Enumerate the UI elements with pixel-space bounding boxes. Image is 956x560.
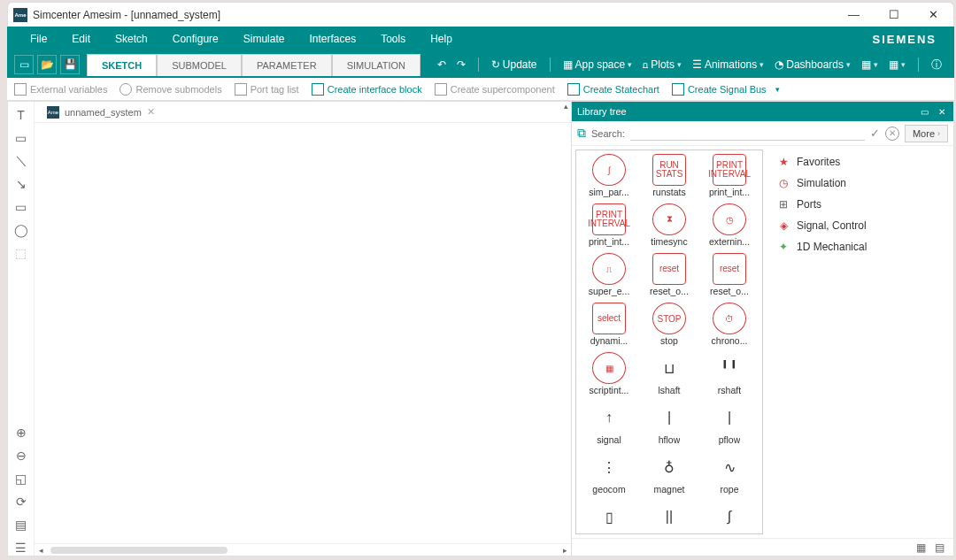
image-tool-icon[interactable]: ▭: [13, 130, 29, 146]
menu-tools[interactable]: Tools: [368, 27, 418, 51]
new-icon[interactable]: ▭: [14, 55, 34, 74]
grid2-icon[interactable]: ▦▾: [885, 58, 909, 71]
help-icon[interactable]: ⓘ: [928, 58, 945, 73]
component-icon: select: [592, 303, 626, 334]
component-icon: PRINT INTERVAL: [713, 154, 746, 186]
zoom-out-icon[interactable]: ⊖: [13, 448, 29, 464]
component-item[interactable]: ∫elect: [700, 501, 759, 534]
plots-button[interactable]: ⩍Plots▾: [639, 58, 685, 71]
app-icon: Ame: [13, 8, 27, 22]
status-icon-2[interactable]: ▤: [935, 541, 944, 554]
canvas-body[interactable]: [35, 123, 571, 543]
component-item[interactable]: ∫sim_par...: [580, 154, 638, 202]
tab-sketch[interactable]: SKETCH: [87, 54, 157, 76]
component-item[interactable]: PRINT INTERVALprint_int...: [580, 203, 638, 251]
component-item[interactable]: ◷externin...: [700, 203, 759, 251]
menu-edit[interactable]: Edit: [59, 27, 103, 51]
tab-parameter[interactable]: PARAMETER: [242, 54, 332, 76]
external-vars-button[interactable]: External variables: [14, 83, 107, 96]
component-item[interactable]: ╹╹rshaft: [700, 352, 759, 400]
create-signalbus-button[interactable]: Create Signal Bus▾: [672, 83, 780, 96]
menu-sketch[interactable]: Sketch: [103, 27, 160, 51]
tree-icon[interactable]: ⧉: [577, 126, 586, 141]
component-icon: ◷: [713, 203, 746, 235]
component-item[interactable]: ▯thermal: [580, 501, 638, 534]
component-item[interactable]: ⋮geocom: [580, 451, 638, 499]
create-statechart-button[interactable]: Create Statechart: [567, 83, 659, 96]
line-tool-icon[interactable]: ＼: [13, 153, 29, 169]
update-button[interactable]: ↻Update: [488, 58, 541, 71]
remove-submodels-button[interactable]: Remove submodels: [120, 83, 221, 96]
settings-icon[interactable]: ▤: [13, 517, 29, 533]
zoom-in-icon[interactable]: ⊕: [13, 425, 29, 441]
tab-submodel[interactable]: SUBMODEL: [157, 54, 242, 76]
close-tab-icon[interactable]: ✕: [147, 106, 155, 118]
refresh-icon[interactable]: ⟳: [13, 494, 29, 510]
appspace-button[interactable]: ▦App space▾: [559, 58, 636, 71]
component-item[interactable]: RUN STATSrunstats: [640, 154, 698, 202]
menu-file[interactable]: File: [18, 27, 59, 51]
scroll-right-icon[interactable]: ▸: [559, 546, 571, 555]
minimize-button[interactable]: —: [834, 3, 874, 27]
component-item[interactable]: ⎍super_e...: [580, 253, 638, 301]
open-icon[interactable]: 📂: [37, 55, 57, 74]
component-item[interactable]: ▦scriptint...: [580, 352, 638, 400]
ellipse-tool-icon[interactable]: ◯: [13, 222, 29, 238]
zoom-fit-icon[interactable]: ◱: [13, 471, 29, 487]
redo-icon[interactable]: ↷: [453, 58, 469, 71]
menu-configure[interactable]: Configure: [160, 27, 231, 51]
search-cancel-icon[interactable]: ✕: [885, 127, 899, 141]
component-item[interactable]: |hflow: [640, 402, 698, 449]
port-tag-button[interactable]: Port tag list: [235, 83, 299, 96]
component-item[interactable]: ||meca2D: [640, 501, 698, 534]
save-icon[interactable]: 💾: [60, 55, 80, 74]
arrow-tool-icon[interactable]: ↘: [13, 176, 29, 192]
layers-icon[interactable]: ☰: [13, 540, 29, 556]
more-button[interactable]: More ›: [905, 125, 948, 142]
tab-simulation[interactable]: SIMULATION: [332, 54, 420, 76]
undo-icon[interactable]: ↶: [434, 58, 450, 71]
create-supercomponent-button[interactable]: Create supercomponent: [435, 83, 555, 96]
component-item[interactable]: ⏱chrono...: [700, 303, 759, 350]
component-item[interactable]: ∿rope: [700, 451, 759, 499]
search-input[interactable]: [630, 126, 865, 141]
menu-interfaces[interactable]: Interfaces: [297, 27, 368, 51]
close-button[interactable]: ✕: [914, 3, 953, 27]
rect-tool-icon[interactable]: ▭: [13, 199, 29, 215]
h-scroll[interactable]: ◂ ▸: [35, 543, 571, 556]
scroll-thumb[interactable]: [50, 547, 227, 554]
scroll-left-icon[interactable]: ◂: [35, 546, 47, 555]
grid1-icon[interactable]: ▦▾: [858, 58, 882, 71]
component-item[interactable]: ⧗timesync: [640, 203, 698, 251]
text-tool-icon[interactable]: T: [13, 107, 29, 123]
category-item[interactable]: ◷Simulation: [770, 173, 950, 194]
component-item[interactable]: ⊔lshaft: [640, 352, 698, 400]
component-item[interactable]: ↑signal: [580, 402, 638, 449]
status-icon-1[interactable]: ▦: [916, 541, 926, 554]
group-tool-icon[interactable]: ⬚: [13, 245, 29, 261]
v-scroll[interactable]: ▴: [560, 102, 571, 543]
component-item[interactable]: |pflow: [700, 402, 759, 449]
component-item[interactable]: ♁magnet: [640, 451, 698, 499]
canvas-tab[interactable]: Ame unnamed_system ✕: [40, 106, 162, 119]
category-item[interactable]: ★Favorites: [770, 151, 950, 173]
animations-button[interactable]: ☰Animations▾: [689, 58, 767, 71]
search-confirm-icon[interactable]: ✓: [870, 127, 880, 140]
panel-close-icon[interactable]: ✕: [936, 105, 948, 118]
component-item[interactable]: PRINT INTERVALprint_int...: [700, 154, 759, 202]
component-item[interactable]: resetreset_o...: [700, 253, 759, 301]
category-item[interactable]: ⊞Ports: [770, 194, 950, 215]
category-item[interactable]: ✦1D Mechanical: [770, 236, 950, 257]
component-item[interactable]: resetreset_o...: [640, 253, 698, 301]
menu-help[interactable]: Help: [418, 27, 465, 51]
component-label: super_e...: [589, 286, 630, 296]
menu-simulate[interactable]: Simulate: [231, 27, 297, 51]
component-item[interactable]: selectdynami...: [580, 303, 638, 350]
maximize-button[interactable]: ☐: [874, 3, 914, 27]
dock-icon[interactable]: ▭: [918, 105, 930, 118]
dashboards-button[interactable]: ◔Dashboards▾: [771, 58, 854, 71]
scroll-up-icon[interactable]: ▴: [560, 102, 571, 112]
component-item[interactable]: STOPstop: [640, 303, 698, 350]
category-item[interactable]: ◈Signal, Control: [770, 215, 950, 236]
create-interface-button[interactable]: Create interface block: [312, 83, 422, 96]
